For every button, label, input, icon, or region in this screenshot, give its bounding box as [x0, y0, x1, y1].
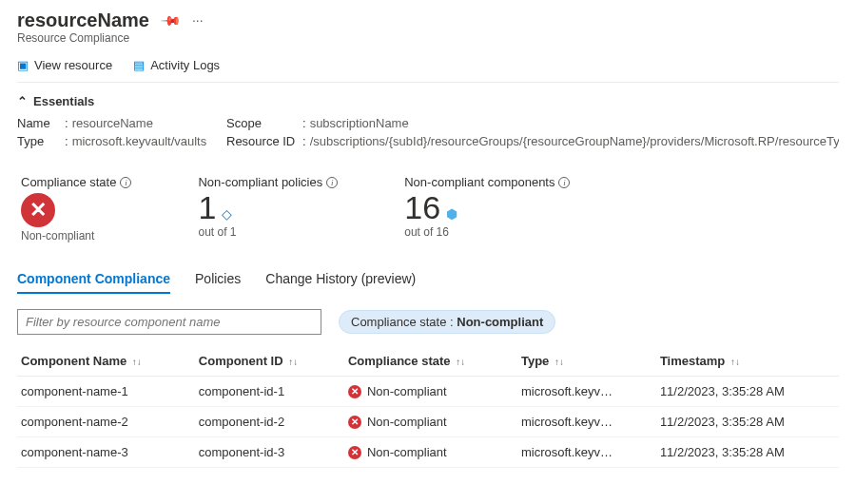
col-component-id[interactable]: Component ID ↑↓ — [195, 346, 344, 377]
cell-compliance-state: ✕Non-compliant — [344, 407, 517, 437]
col-component-name[interactable]: Component Name ↑↓ — [17, 346, 195, 377]
info-icon[interactable]: i — [326, 177, 338, 188]
type-label: Type — [17, 134, 65, 148]
cell-type: microsoft.keyv… — [517, 437, 656, 468]
col-compliance-state[interactable]: Compliance state ↑↓ — [344, 346, 517, 377]
sort-icon: ↑↓ — [132, 357, 142, 367]
name-value: resourceName — [72, 116, 153, 130]
sort-icon: ↑↓ — [456, 357, 465, 367]
pill-label: Compliance state : — [351, 315, 457, 329]
compliance-state-stat: Compliance state i ✕ Non-compliant — [21, 175, 131, 242]
col-timestamp[interactable]: Timestamp ↑↓ — [656, 346, 839, 377]
cell-timestamp: 11/2/2023, 3:35:28 AM — [656, 377, 839, 407]
log-icon: ▤ — [133, 58, 145, 72]
cell-timestamp: 11/2/2023, 3:35:28 AM — [656, 437, 839, 468]
noncompliant-components-sub: out of 16 — [404, 225, 570, 239]
noncompliant-components-stat: Non-compliant components i 16 ⬢ out of 1… — [404, 175, 570, 242]
compliance-state-filter-pill[interactable]: Compliance state : Non-compliant — [339, 310, 555, 334]
table-row[interactable]: component-name-3component-id-3✕Non-compl… — [17, 437, 839, 468]
name-label: Name — [17, 116, 65, 130]
essentials-label: Essentials — [33, 94, 94, 108]
pin-icon[interactable]: 📌 — [160, 9, 182, 30]
view-resource-label: View resource — [34, 58, 112, 72]
noncompliant-icon: ✕ — [348, 446, 361, 459]
noncompliant-badge-icon: ✕ — [21, 193, 55, 227]
cube-icon: ▣ — [17, 58, 29, 72]
noncompliant-icon: ✕ — [348, 385, 361, 398]
scope-label: Scope — [226, 116, 302, 130]
noncompliant-policies-value: 1 — [198, 191, 216, 223]
components-table: Component Name ↑↓ Component ID ↑↓ Compli… — [17, 346, 839, 468]
essentials-toggle[interactable]: ⌃ Essentials — [17, 94, 839, 108]
cell-component-name: component-name-1 — [17, 377, 195, 407]
info-icon[interactable]: i — [120, 177, 131, 188]
cell-compliance-state: ✕Non-compliant — [344, 437, 517, 468]
cell-component-id: component-id-1 — [195, 377, 344, 407]
info-icon[interactable]: i — [558, 177, 570, 188]
sort-icon: ↑↓ — [288, 357, 298, 367]
compliance-state-value: Non-compliant — [21, 229, 131, 242]
view-resource-link[interactable]: ▣ View resource — [17, 58, 112, 72]
scope-value: subscriptionName — [310, 116, 409, 130]
more-icon[interactable]: ··· — [192, 12, 204, 28]
noncompliant-components-label: Non-compliant components — [404, 175, 554, 189]
page-title: resourceName — [17, 10, 149, 30]
tab-change-history[interactable]: Change History (preview) — [265, 271, 416, 294]
policy-icon: ◇ — [222, 206, 232, 222]
cell-compliance-state: ✕Non-compliant — [344, 377, 517, 407]
chevron-up-icon: ⌃ — [17, 94, 28, 108]
noncompliant-policies-sub: out of 1 — [198, 225, 338, 239]
noncompliant-policies-label: Non-compliant policies — [198, 175, 322, 189]
cube-icon: ⬢ — [446, 206, 457, 222]
compliance-state-label: Compliance state — [21, 175, 116, 189]
filter-input[interactable] — [17, 309, 321, 335]
sort-icon: ↑↓ — [730, 357, 740, 367]
tab-policies[interactable]: Policies — [195, 271, 241, 294]
noncompliant-components-value: 16 — [404, 191, 440, 223]
activity-logs-link[interactable]: ▤ Activity Logs — [133, 58, 220, 72]
cell-type: microsoft.keyv… — [517, 407, 656, 437]
noncompliant-policies-stat: Non-compliant policies i 1 ◇ out of 1 — [198, 175, 338, 242]
cell-component-name: component-name-2 — [17, 407, 195, 437]
cell-component-id: component-id-2 — [195, 407, 344, 437]
cell-component-name: component-name-3 — [17, 437, 195, 468]
activity-logs-label: Activity Logs — [150, 58, 220, 72]
resourceid-label: Resource ID — [226, 134, 302, 148]
cell-component-id: component-id-3 — [195, 437, 344, 468]
sort-icon: ↑↓ — [554, 357, 564, 367]
table-row[interactable]: component-name-2component-id-2✕Non-compl… — [17, 407, 839, 437]
table-row[interactable]: component-name-1component-id-1✕Non-compl… — [17, 377, 839, 407]
cell-type: microsoft.keyv… — [517, 377, 656, 407]
type-value: microsoft.keyvault/vaults — [72, 134, 207, 148]
noncompliant-icon: ✕ — [348, 416, 361, 429]
pill-value: Non-compliant — [457, 315, 543, 329]
tab-component-compliance[interactable]: Component Compliance — [17, 271, 170, 294]
resourceid-value: /subscriptions/{subId}/resourceGroups/{r… — [310, 134, 839, 148]
col-type[interactable]: Type ↑↓ — [517, 346, 656, 377]
cell-timestamp: 11/2/2023, 3:35:28 AM — [656, 407, 839, 437]
page-subtitle: Resource Compliance — [17, 31, 839, 45]
